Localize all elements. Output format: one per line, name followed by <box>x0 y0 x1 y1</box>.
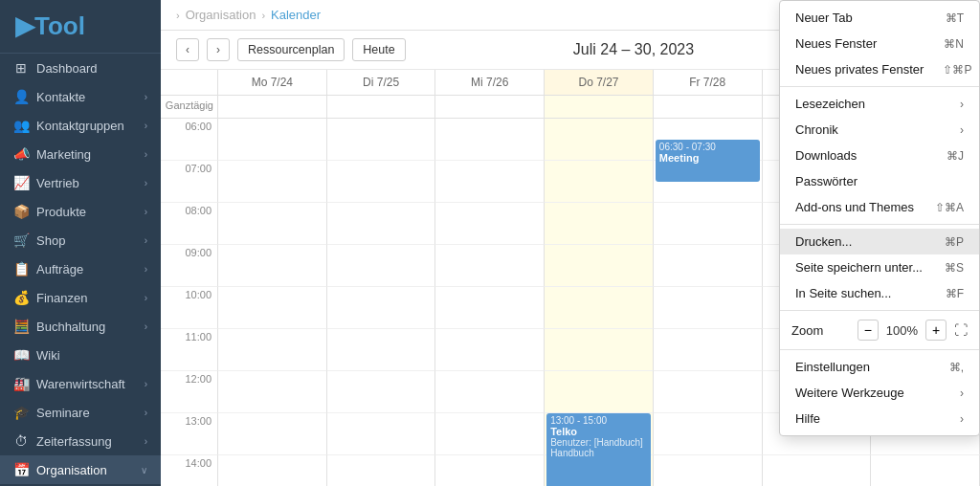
time-cell-0-2[interactable] <box>435 119 545 161</box>
sidebar-item-marketing[interactable]: 📣 Marketing › <box>0 140 161 168</box>
time-cell-3-4[interactable] <box>654 245 763 287</box>
time-cell-0-1[interactable] <box>327 119 436 161</box>
event-telko[interactable]: 13:00 - 15:00TelkoBenutzer: [Handbuch]Ha… <box>546 413 651 486</box>
next-button[interactable]: › <box>207 38 230 61</box>
time-cell-6-2[interactable] <box>435 371 545 413</box>
sidebar-item-organisation[interactable]: 📅 Organisation ∨ <box>0 455 161 484</box>
time-cell-2-0[interactable] <box>218 203 327 245</box>
sidebar-item-auftraege[interactable]: 📋 Aufträge › <box>0 254 161 283</box>
time-cell-2-1[interactable] <box>327 203 436 245</box>
col-header-3: Do 7/27 <box>545 70 654 95</box>
time-cell-0-3[interactable] <box>545 119 654 161</box>
time-cell-5-3[interactable] <box>545 329 654 371</box>
sidebar-item-dashboard[interactable]: ⊞ Dashboard <box>0 54 161 82</box>
ctx-item-lesezeichen[interactable]: Lesezeichen› <box>780 91 979 117</box>
time-cell-7-3[interactable]: 13:00 - 15:00TelkoBenutzer: [Handbuch]Ha… <box>545 413 654 455</box>
ctx-item-hilfe[interactable]: Hilfe› <box>780 406 979 431</box>
time-cell-3-2[interactable] <box>435 245 545 287</box>
time-cell-6-4[interactable] <box>654 371 763 413</box>
ctx-item-drucken[interactable]: Drucken...⌘P <box>780 229 979 254</box>
zoom-expand-icon[interactable]: ⛶ <box>954 322 968 338</box>
zoom-minus-button[interactable]: − <box>858 320 879 341</box>
time-cell-4-3[interactable] <box>545 287 654 329</box>
sidebar-item-wiki[interactable]: 📖 Wiki <box>0 341 161 369</box>
time-cell-8-2[interactable] <box>435 455 545 486</box>
time-cell-3-3[interactable] <box>545 245 654 287</box>
heute-button[interactable]: Heute <box>352 38 405 61</box>
time-cell-4-1[interactable] <box>327 287 436 329</box>
time-cell-6-1[interactable] <box>327 371 436 413</box>
sidebar-item-seminare[interactable]: 🎓 Seminare › <box>0 398 161 427</box>
sidebar-item-zeiterfassung[interactable]: ⏱ Zeiterfassung › <box>0 427 161 455</box>
ctx-item-add-ons[interactable]: Add-ons und Themes⇧⌘A <box>780 194 979 220</box>
sidebar-item-warenwirtschaft[interactable]: 🏭 Warenwirtschaft › <box>0 369 161 398</box>
time-cell-4-2[interactable] <box>435 287 545 329</box>
time-cell-4-4[interactable] <box>654 287 763 329</box>
time-cell-8-0[interactable] <box>218 455 327 486</box>
time-cell-0-4[interactable]: 06:30 - 07:30Meeting <box>654 119 763 161</box>
sidebar-item-kontaktgruppen[interactable]: 👥 Kontaktgruppen › <box>0 111 161 140</box>
time-cell-1-1[interactable] <box>327 161 436 203</box>
sidebar-item-shop[interactable]: 🛒 Shop › <box>0 226 161 254</box>
time-cell-1-3[interactable] <box>545 161 654 203</box>
sidebar-item-vertrieb[interactable]: 📈 Vertrieb › <box>0 168 161 197</box>
time-header-cell <box>161 70 218 95</box>
shortcut-downloads: ⌘J <box>947 149 964 163</box>
time-cell-1-0[interactable] <box>218 161 327 203</box>
sidebar-item-kontakte[interactable]: 👤 Kontakte › <box>0 82 161 111</box>
time-cell-1-2[interactable] <box>435 161 545 203</box>
sidebar-label-seminare: Seminare <box>36 406 90 420</box>
time-cell-6-0[interactable] <box>218 371 327 413</box>
prev-button[interactable]: ‹ <box>176 38 199 61</box>
time-cell-5-0[interactable] <box>218 329 327 371</box>
time-cell-8-4[interactable] <box>654 455 763 486</box>
time-cell-8-5[interactable] <box>763 455 872 486</box>
sidebar-item-produkte[interactable]: 📦 Produkte › <box>0 197 161 226</box>
breadcrumb-parent[interactable]: Organisation <box>186 8 256 22</box>
sidebar-label-kontakte: Kontakte <box>36 90 85 104</box>
time-cell-5-2[interactable] <box>435 329 545 371</box>
sidebar-label-warenwirtschaft: Warenwirtschaft <box>36 377 125 391</box>
allday-cell-1 <box>327 96 436 118</box>
ctx-label-neuer-tab: Neuer Tab <box>795 11 853 25</box>
ctx-item-in-seite-suchen[interactable]: In Seite suchen...⌘F <box>780 280 979 306</box>
ctx-item-neuer-tab[interactable]: Neuer Tab⌘T <box>780 5 979 31</box>
sidebar-item-finanzen[interactable]: 💰 Finanzen › <box>0 283 161 312</box>
sidebar-label-buchhaltung: Buchhaltung <box>36 320 105 334</box>
time-cell-2-2[interactable] <box>435 203 545 245</box>
sidebar-label-finanzen: Finanzen <box>36 291 87 305</box>
ctx-item-einstellungen[interactable]: Einstellungen⌘, <box>780 354 979 380</box>
time-cell-3-0[interactable] <box>218 245 327 287</box>
time-cell-4-0[interactable] <box>218 287 327 329</box>
time-cell-7-2[interactable] <box>435 413 545 455</box>
time-cell-5-1[interactable] <box>327 329 436 371</box>
time-cell-5-4[interactable] <box>654 329 763 371</box>
ctx-item-neues-fenster[interactable]: Neues Fenster⌘N <box>780 31 979 56</box>
ressourcenplan-button[interactable]: Ressourcenplan <box>237 38 345 61</box>
time-cell-2-4[interactable] <box>654 203 763 245</box>
ctx-item-downloads[interactable]: Downloads⌘J <box>780 143 979 168</box>
zeiterfassung-icon: ⏱ <box>13 433 29 449</box>
time-cell-8-6[interactable] <box>871 455 980 486</box>
time-cell-6-3[interactable] <box>545 371 654 413</box>
ctx-item-weitere-werkzeuge[interactable]: Weitere Werkzeuge› <box>780 380 979 406</box>
time-cell-8-1[interactable] <box>327 455 436 486</box>
ctx-item-neues-privates-fenster[interactable]: Neues privates Fenster⇧⌘P <box>780 56 979 82</box>
arrow-lesezeichen: › <box>960 98 964 111</box>
kontaktgruppen-icon: 👥 <box>13 118 29 133</box>
zoom-plus-button[interactable]: + <box>925 320 947 341</box>
time-cell-3-1[interactable] <box>327 245 436 287</box>
time-cell-7-0[interactable] <box>218 413 327 455</box>
time-cell-0-0[interactable] <box>218 119 327 161</box>
time-cell-2-3[interactable] <box>545 203 654 245</box>
ctx-item-chronik[interactable]: Chronik› <box>780 117 979 143</box>
time-cell-7-1[interactable] <box>327 413 436 455</box>
event-meeting[interactable]: 06:30 - 07:30Meeting <box>656 140 760 182</box>
time-label-3: 09:00 <box>161 245 218 287</box>
time-cell-7-4[interactable] <box>654 413 763 455</box>
breadcrumb-separator: › <box>176 10 180 21</box>
ctx-item-seite-speichern[interactable]: Seite speichern unter...⌘S <box>780 254 979 280</box>
ctx-item-passwoerter[interactable]: Passwörter <box>780 168 979 194</box>
ctx-label-passwoerter: Passwörter <box>795 174 858 188</box>
sidebar-item-buchhaltung[interactable]: 🧮 Buchhaltung › <box>0 312 161 341</box>
